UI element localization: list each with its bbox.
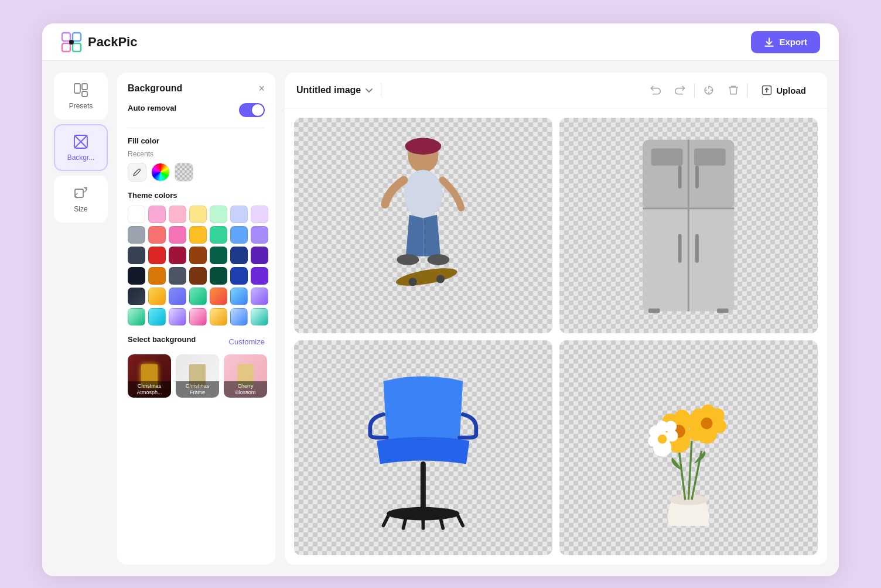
color-cell[interactable]	[128, 206, 145, 223]
color-cell[interactable]	[128, 288, 145, 305]
color-cell[interactable]	[210, 288, 227, 305]
color-cell[interactable]	[230, 288, 248, 305]
background-icon	[73, 134, 89, 150]
image-cell-fridge[interactable]	[559, 118, 818, 333]
background-panel: Background × Auto removal Fill color Rec…	[117, 73, 275, 565]
sidebar: Presets Backgr... Size	[54, 73, 108, 565]
sidebar-item-presets[interactable]: Presets	[54, 73, 108, 119]
color-cell[interactable]	[251, 308, 268, 326]
color-cell[interactable]	[189, 247, 207, 264]
toolbar-separator	[381, 83, 381, 97]
fill-color-label: Fill color	[128, 136, 265, 145]
upload-button[interactable]: Upload	[752, 80, 815, 101]
sidebar-item-background[interactable]: Backgr...	[54, 124, 108, 171]
svg-rect-15	[405, 143, 441, 148]
color-cell[interactable]	[148, 206, 166, 223]
project-name-button[interactable]: Untitled image	[296, 85, 374, 95]
color-cell[interactable]	[210, 226, 227, 244]
select-bg-header: Select background Customize	[128, 335, 265, 348]
sidebar-item-size[interactable]: Size	[54, 176, 108, 223]
undo-button[interactable]	[645, 80, 666, 101]
size-icon	[73, 185, 89, 201]
flower-figure	[605, 356, 773, 539]
svg-line-37	[456, 512, 463, 526]
color-cell[interactable]	[189, 288, 207, 305]
color-cell[interactable]	[169, 247, 186, 264]
svg-rect-30	[651, 148, 683, 165]
image-cell-skater[interactable]	[294, 118, 552, 333]
color-cell[interactable]	[230, 247, 248, 264]
upload-label: Upload	[776, 86, 806, 95]
svg-rect-32	[648, 308, 660, 313]
color-cell[interactable]	[148, 226, 166, 244]
color-cell[interactable]	[251, 206, 268, 223]
logo: PackPic	[61, 32, 137, 53]
color-cell[interactable]	[128, 247, 145, 264]
color-cell[interactable]	[169, 308, 186, 326]
bg-thumb-cherry-blossom[interactable]: CherryBlossom	[224, 354, 267, 398]
color-cell[interactable]	[169, 267, 186, 285]
header: PackPic Export	[42, 23, 839, 61]
panel-title: Background	[128, 83, 182, 94]
image-cell-content	[294, 340, 552, 556]
image-cell-chair[interactable]	[294, 340, 552, 556]
color-cell[interactable]	[148, 267, 166, 285]
svg-point-4	[69, 40, 74, 45]
close-panel-button[interactable]: ×	[258, 83, 265, 94]
image-cell-content	[294, 118, 552, 333]
color-cell[interactable]	[169, 206, 186, 223]
refresh-button[interactable]	[698, 80, 719, 101]
color-cell[interactable]	[210, 247, 227, 264]
color-cell[interactable]	[210, 206, 227, 223]
svg-point-21	[436, 275, 445, 283]
svg-rect-33	[717, 308, 729, 313]
transparent-swatch[interactable]	[175, 163, 193, 182]
bg-thumb-label: CherryBlossom	[224, 381, 267, 398]
color-cell[interactable]	[189, 308, 207, 326]
image-cell-content	[559, 340, 818, 556]
color-cell[interactable]	[230, 308, 248, 326]
color-cell[interactable]	[230, 267, 248, 285]
color-cell[interactable]	[251, 226, 268, 244]
bg-thumb-label: ChristmasFrame	[176, 381, 219, 398]
export-button[interactable]: Export	[751, 31, 820, 53]
color-cell[interactable]	[148, 308, 166, 326]
toolbar-separator-3	[747, 83, 748, 97]
toolbar-actions: Upload	[645, 80, 815, 101]
customize-link[interactable]: Customize	[229, 337, 265, 346]
svg-rect-5	[74, 84, 80, 93]
eyedropper-swatch[interactable]	[128, 163, 146, 182]
color-cell[interactable]	[251, 247, 268, 264]
color-cell[interactable]	[251, 288, 268, 305]
color-cell[interactable]	[189, 206, 207, 223]
svg-rect-27	[695, 165, 699, 188]
svg-point-60	[701, 418, 713, 429]
gradient-swatch[interactable]	[151, 163, 170, 182]
color-cell[interactable]	[148, 288, 166, 305]
color-cell[interactable]	[148, 247, 166, 264]
undo-icon	[650, 84, 661, 96]
bg-thumb-christmas-frame[interactable]: ChristmasFrame	[176, 354, 219, 398]
color-cell[interactable]	[128, 267, 145, 285]
color-cell[interactable]	[189, 226, 207, 244]
color-cell[interactable]	[169, 226, 186, 244]
svg-rect-28	[678, 234, 682, 262]
upload-icon	[761, 84, 773, 96]
color-cell[interactable]	[210, 308, 227, 326]
color-cell[interactable]	[128, 226, 145, 244]
color-cell[interactable]	[230, 206, 248, 223]
color-cell[interactable]	[189, 267, 207, 285]
delete-button[interactable]	[723, 80, 744, 101]
color-cell[interactable]	[230, 226, 248, 244]
color-cell[interactable]	[251, 267, 268, 285]
bg-thumb-christmas-atm[interactable]: ChristmasAtmosph...	[128, 354, 171, 398]
color-cell[interactable]	[210, 267, 227, 285]
svg-rect-0	[62, 33, 70, 41]
color-cell[interactable]	[128, 308, 145, 326]
fridge-figure	[617, 134, 760, 317]
color-cell[interactable]	[169, 288, 186, 305]
auto-removal-toggle[interactable]	[239, 103, 265, 117]
redo-button[interactable]	[670, 80, 691, 101]
color-grid	[128, 206, 265, 326]
image-cell-flowers[interactable]	[559, 340, 818, 556]
